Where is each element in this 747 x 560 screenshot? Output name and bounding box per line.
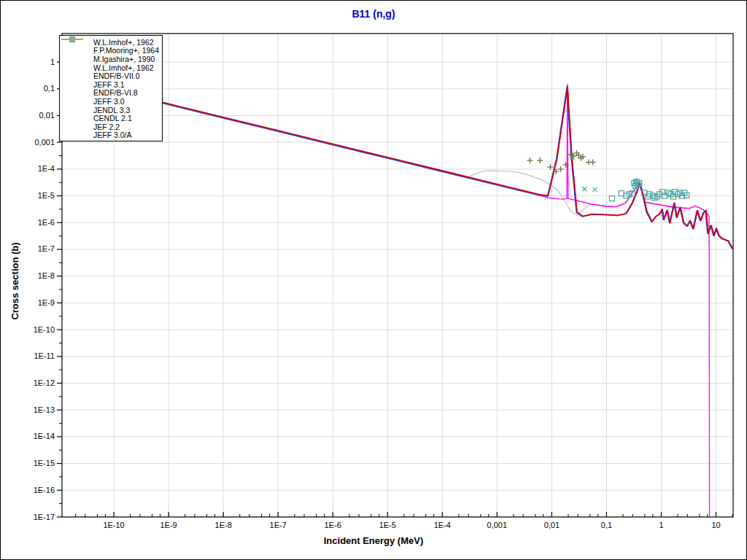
- x-tick-label: 10: [711, 521, 720, 529]
- legend-item-label: ENDF/B-VI.8: [93, 88, 138, 97]
- legend-item-label: JENDL 3.3: [93, 106, 130, 114]
- y-tick-label: 0,01: [39, 111, 55, 120]
- x-tick-label: 1E-8: [215, 521, 232, 529]
- legend-item: ENDF/B-VI.8: [60, 89, 162, 98]
- y-tick-label: 1E-15: [34, 459, 55, 467]
- marker-square: [619, 191, 624, 196]
- legend-item-label: JEFF 3.1: [93, 80, 125, 89]
- y-tick-label: 1E-16: [34, 486, 55, 494]
- legend-item-label: W.L.Imhof+, 1962: [93, 63, 154, 72]
- marker-square: [609, 196, 614, 201]
- plot-frame: [62, 34, 733, 517]
- legend-item-label: F.P.Mooring+, 1964: [93, 46, 159, 55]
- legend-item: M.Igashira+, 1990: [60, 55, 162, 63]
- x-tick-label: 0,01: [544, 521, 560, 529]
- x-axis-label: Incident Energy (MeV): [1, 535, 746, 546]
- x-tick-label: 1E-7: [270, 521, 287, 529]
- legend-item-label: W.L.Imhof+, 1962: [93, 38, 154, 47]
- plot-window: B11 (n,g) Cross section (b) 1E-101E-91E-…: [0, 0, 747, 560]
- x-tick-label: 1E-10: [103, 521, 124, 529]
- legend-item: JEFF 3.1: [60, 80, 162, 89]
- legend-item-label: M.Igashira+, 1990: [93, 55, 155, 63]
- legend-item: JEFF 3.0/A: [60, 131, 162, 140]
- legend-item: JEF 2.2: [60, 122, 162, 131]
- legend-item-label: ENDF/B-VII.0: [93, 71, 140, 80]
- y-tick-label: 1E-17: [34, 513, 55, 521]
- legend-item: JENDL 3.3: [60, 106, 162, 114]
- legend-item: F.P.Mooring+, 1964: [60, 47, 162, 55]
- legend-box: W.L.Imhof+, 1962F.P.Mooring+, 1964M.Igas…: [59, 35, 163, 141]
- y-tick-label: 1E-10: [34, 325, 55, 334]
- x-tick-label: 0,1: [601, 521, 612, 529]
- y-tick-label: 1E-8: [38, 271, 55, 280]
- legend-item: JEFF 3.0: [60, 97, 162, 106]
- x-tick-label: 1E-6: [325, 521, 341, 529]
- x-tick-label: 1: [659, 521, 663, 529]
- x-tick-label: 1E-4: [434, 521, 451, 529]
- legend-item: ENDF/B-VII.0: [60, 71, 162, 80]
- x-tick-label: 0,001: [487, 521, 508, 529]
- x-tick-label: 1E-9: [160, 521, 177, 529]
- legend-item: W.L.Imhof+, 1962: [60, 63, 162, 72]
- x-tick-label: 1E-5: [379, 521, 396, 529]
- y-tick-label: 1E-11: [34, 351, 55, 360]
- y-tick-label: 1E-13: [34, 405, 55, 414]
- legend-item-label: JEFF 3.0: [93, 97, 125, 106]
- y-tick-label: 1E-6: [38, 218, 55, 227]
- legend-item: CENDL 2.1: [60, 114, 162, 122]
- y-tick-label: 0,1: [44, 84, 55, 93]
- y-tick-label: 1E-5: [38, 191, 55, 200]
- legend-item-label: CENDL 2.1: [93, 114, 132, 122]
- y-tick-label: 1E-9: [38, 298, 55, 307]
- y-tick-label: 1E-14: [34, 432, 55, 440]
- y-tick-label: 1E-7: [38, 244, 55, 253]
- series-jendl-3-3: [61, 78, 710, 518]
- y-tick-label: 1E-12: [34, 378, 55, 387]
- legend-item-label: JEF 2.2: [93, 122, 120, 131]
- legend-item-label: JEFF 3.0/A: [93, 131, 132, 139]
- y-tick-label: 1E-4: [38, 164, 55, 173]
- y-tick-label: 0,001: [34, 138, 55, 147]
- y-tick-label: 1: [50, 58, 55, 66]
